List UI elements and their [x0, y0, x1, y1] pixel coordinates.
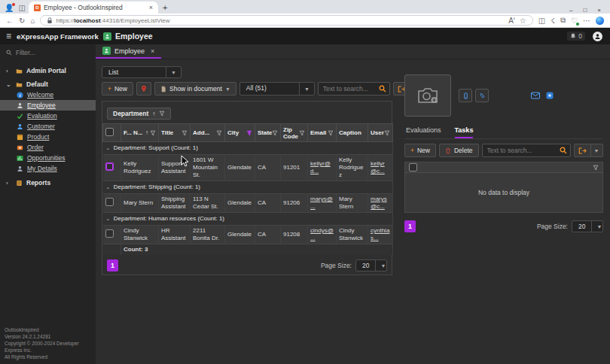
export-button[interactable]: [574, 144, 591, 157]
tab-close-icon[interactable]: ×: [149, 4, 153, 11]
chat-icon[interactable]: [546, 92, 554, 99]
page-number-button[interactable]: 1: [107, 259, 118, 271]
user-link[interactable]: cynthias...: [371, 227, 389, 241]
column-header-state[interactable]: State: [255, 124, 281, 142]
browser-tab[interactable]: D Employee - OutlookInspired ×: [29, 2, 158, 14]
search-input[interactable]: [323, 85, 379, 93]
sidebar-item-label[interactable]: Evaluation: [27, 112, 57, 120]
window-maximize-button[interactable]: □: [583, 7, 587, 14]
column-header-caption[interactable]: Caption: [337, 124, 368, 142]
email-link[interactable]: kellyr@d...: [310, 160, 331, 174]
table-row[interactable]: Mary Stern Shipping Assistant 113 N Ceda…: [103, 194, 393, 213]
notifications-button[interactable]: 0: [567, 32, 585, 41]
chevron-down-icon[interactable]: ⌄: [106, 145, 111, 150]
photo-placeholder[interactable]: [404, 74, 451, 117]
chevron-down-icon[interactable]: ▼: [375, 260, 390, 271]
window-minimize-button[interactable]: –: [569, 7, 572, 14]
table-row[interactable]: Kelly Rodriguez Support Assistant 1601 W…: [103, 155, 393, 181]
chevron-down-icon[interactable]: ⌄: [106, 184, 111, 190]
read-aloud-icon[interactable]: Aʹ: [508, 17, 515, 25]
browser-essentials-icon[interactable]: ♡: [571, 17, 578, 25]
filter-icon[interactable]: [328, 130, 334, 136]
filter-icon[interactable]: [150, 130, 156, 136]
chevron-down-icon[interactable]: ▼: [299, 83, 314, 95]
export-options-button[interactable]: ▼: [591, 144, 603, 157]
sidebar-group-admin-portal[interactable]: › Admin Portal: [0, 65, 96, 76]
phone-button[interactable]: [459, 89, 472, 102]
row-checkbox[interactable]: [105, 162, 114, 171]
search-icon[interactable]: [560, 147, 567, 154]
new-button[interactable]: + New: [404, 144, 436, 157]
tab-actions-icon[interactable]: ◫: [18, 4, 25, 12]
filter-icon[interactable]: [181, 130, 188, 136]
filter-icon[interactable]: [299, 130, 305, 136]
sidebar-item-product[interactable]: Product: [0, 132, 96, 142]
page-number-button[interactable]: 1: [404, 220, 416, 232]
table-row[interactable]: Cindy Stanwick HR Assistant 2211 Bonita …: [103, 226, 393, 244]
sidebar-item-label[interactable]: Employee: [27, 102, 56, 109]
tab-close-icon[interactable]: ×: [151, 47, 154, 55]
view-selector-dropdown[interactable]: List ▼: [102, 66, 181, 78]
column-header-full-name[interactable]: F... N...↑: [121, 124, 159, 142]
address-bar[interactable]: https://localhost:44318/EmployeeListView…: [40, 15, 532, 26]
chevron-down-icon[interactable]: ⌄: [106, 216, 111, 221]
filter-icon[interactable]: [384, 130, 390, 136]
search-icon[interactable]: [379, 85, 386, 93]
records-filter-dropdown[interactable]: All (51) ▼: [239, 82, 315, 96]
column-header-city[interactable]: City: [225, 124, 255, 142]
user-avatar[interactable]: [593, 32, 602, 41]
select-all-checkbox[interactable]: [409, 163, 417, 171]
sidebar-item-label[interactable]: Product: [27, 133, 49, 141]
search-box[interactable]: [318, 82, 390, 96]
user-link[interactable]: kellyr@c...: [371, 160, 385, 174]
group-row-human-resources[interactable]: ⌄ Department: Human resources (Count: 1): [103, 213, 393, 226]
window-close-button[interactable]: ×: [597, 7, 601, 14]
home-icon[interactable]: ⌂: [30, 17, 35, 25]
email-icon[interactable]: [531, 92, 540, 99]
tab-employee[interactable]: Employee ×: [96, 47, 161, 59]
sidebar-filter-input[interactable]: [16, 49, 84, 56]
sidebar-filter[interactable]: [0, 44, 96, 59]
chevron-down-icon[interactable]: ▼: [591, 221, 606, 232]
sidebar-item-evaluation[interactable]: Evaluation: [0, 111, 96, 121]
page-size-dropdown[interactable]: 20 ▼: [572, 220, 603, 232]
browser-profile-icon[interactable]: 👤: [5, 4, 14, 12]
settings-menu-icon[interactable]: ⋯: [583, 17, 590, 25]
hamburger-menu-icon[interactable]: ≡: [6, 31, 11, 41]
column-header-email[interactable]: Email: [308, 124, 337, 142]
refresh-icon[interactable]: ↻: [19, 17, 25, 25]
select-all-checkbox[interactable]: [105, 128, 114, 136]
tasks-search-input[interactable]: [487, 147, 560, 154]
group-by-chip[interactable]: Department ↑: [107, 108, 171, 120]
chevron-down-icon[interactable]: ▼: [166, 67, 181, 77]
column-header-user[interactable]: User: [368, 124, 393, 142]
tasks-search-box[interactable]: [482, 144, 571, 157]
row-checkbox[interactable]: [105, 229, 114, 238]
back-icon[interactable]: ←: [6, 17, 14, 25]
new-tab-button[interactable]: +: [163, 3, 167, 12]
sidebar-item-opportunities[interactable]: Opportunities: [0, 153, 96, 163]
filter-icon[interactable]: [216, 130, 222, 136]
sidebar-group-default[interactable]: ⌄ Default: [0, 79, 96, 89]
sidebar-item-employee[interactable]: Employee: [0, 100, 96, 111]
sidebar-item-label[interactable]: My Details: [27, 165, 57, 172]
show-in-document-button[interactable]: Show in document ▼: [154, 82, 236, 96]
sidebar-item-label[interactable]: Customer: [27, 123, 55, 130]
sidebar-item-customer[interactable]: Customer: [0, 121, 96, 132]
active-filter-icon[interactable]: [246, 130, 252, 136]
sidebar-item-welcome[interactable]: i Welcome: [0, 89, 96, 100]
copilot-icon[interactable]: [596, 17, 604, 25]
delete-button[interactable]: Delete: [439, 144, 479, 157]
filter-icon[interactable]: [272, 130, 278, 136]
column-header-zip[interactable]: Zip Code: [281, 124, 308, 142]
show-on-map-button[interactable]: [136, 82, 151, 96]
user-link[interactable]: marys@c...: [371, 196, 387, 210]
column-header-title[interactable]: Title: [159, 124, 191, 142]
page-size-dropdown[interactable]: 20 ▼: [355, 259, 387, 271]
tab-evaluations[interactable]: Evaluations: [406, 126, 441, 138]
email-link[interactable]: marys@...: [310, 196, 333, 210]
group-row-support[interactable]: ⌄ Department: Support (Count: 1): [103, 142, 393, 155]
sidebar-item-label[interactable]: Opportunities: [27, 154, 66, 162]
sidebar-item-my-details[interactable]: My Details: [0, 163, 96, 174]
collections-icon[interactable]: ⧉: [560, 16, 566, 25]
